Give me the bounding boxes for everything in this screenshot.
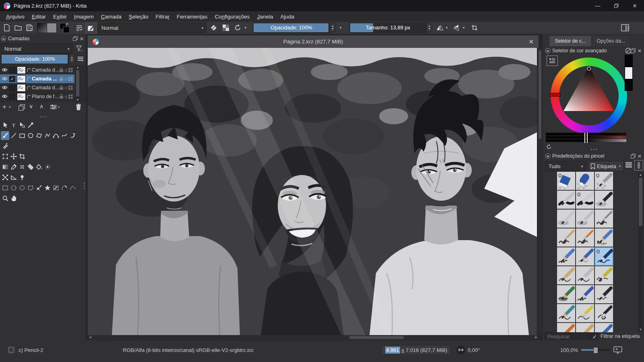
layer-options-button[interactable] xyxy=(76,54,85,64)
preset-filter-combobox[interactable]: Tudo ▾ xyxy=(545,161,586,171)
tool-selfg-icon[interactable] xyxy=(52,183,60,192)
layer-list-scrollbar[interactable]: ▲ ▼ xyxy=(75,65,80,102)
layer-lock-icon[interactable] xyxy=(59,94,64,99)
brush-preset-tile[interactable] xyxy=(557,323,576,332)
brush-preset-tile[interactable] xyxy=(557,228,576,247)
brush-preset-tile[interactable] xyxy=(557,247,576,266)
layer-visibility-icon[interactable] xyxy=(2,94,8,100)
brush-preset-tile[interactable] xyxy=(594,304,613,323)
tool-ellipse-icon[interactable] xyxy=(26,131,35,140)
layer-properties-button[interactable] xyxy=(50,104,57,111)
menu-item-ajuda[interactable]: Ajuda xyxy=(277,14,298,20)
brush-preset-tile[interactable] xyxy=(557,304,576,323)
color-swatch-white[interactable] xyxy=(625,67,633,80)
brush-preset-tile[interactable] xyxy=(576,209,594,228)
close-docker-icon[interactable]: ✕ xyxy=(78,35,85,42)
brush-preset-tile[interactable] xyxy=(557,285,576,304)
add-layer-button[interactable]: + xyxy=(2,103,6,111)
brush-preset-tile[interactable] xyxy=(557,171,576,190)
gradient-swatch[interactable] xyxy=(37,23,47,33)
menu-item-arquivo[interactable]: Arquivo xyxy=(2,14,28,20)
reload-preset-button[interactable] xyxy=(233,23,243,33)
tool-assistants-icon[interactable] xyxy=(1,173,9,182)
no-color-icon[interactable] xyxy=(625,47,632,54)
scroll-left-icon[interactable]: ◄ xyxy=(89,335,92,339)
layer-row[interactable]: Plano de f...α xyxy=(0,92,74,101)
layer-thumbnail[interactable] xyxy=(17,66,26,74)
eraser-mode-button[interactable] xyxy=(208,23,219,33)
docker-splitter-handle[interactable] xyxy=(591,149,597,150)
brush-preset-tile[interactable] xyxy=(594,190,613,209)
menu-item-exibir[interactable]: Exibir xyxy=(50,14,70,20)
canvas-artwork[interactable] xyxy=(88,48,537,335)
tool-pointer-icon[interactable] xyxy=(1,121,9,130)
tool-editshapes-icon[interactable] xyxy=(18,121,26,130)
tool-selbezier-icon[interactable] xyxy=(68,183,77,192)
tool-fill-icon[interactable] xyxy=(35,162,43,171)
tool-move-icon[interactable] xyxy=(9,152,18,161)
canvas-horizontal-scrollbar[interactable]: ◄ ► xyxy=(88,335,539,340)
add-layer-dropdown[interactable]: ▾ xyxy=(9,105,11,109)
layer-filter-button[interactable] xyxy=(74,43,85,53)
layer-thumbnail[interactable] xyxy=(17,75,26,83)
layer-inherit-alpha-icon[interactable] xyxy=(68,68,73,72)
tool-bezier-icon[interactable] xyxy=(52,131,60,140)
tool-selcontig-icon[interactable] xyxy=(35,183,43,192)
tab-color-selector[interactable]: Seletor de c... xyxy=(549,35,592,46)
choose-workspace-button[interactable] xyxy=(620,23,630,33)
brush-preset-tile[interactable] xyxy=(576,266,594,285)
layer-inherit-alpha-icon[interactable] xyxy=(68,77,73,81)
zoom-slider[interactable] xyxy=(581,347,610,353)
tool-line-icon[interactable] xyxy=(9,131,18,140)
size-slider[interactable]: Tamanho: 13,89 px xyxy=(349,23,427,33)
refresh-shades-icon[interactable] xyxy=(546,144,552,151)
wrap-around-mode-button[interactable] xyxy=(469,23,480,33)
tool-rect-icon[interactable] xyxy=(18,131,26,140)
float-docker-icon[interactable] xyxy=(630,153,636,159)
layer-lock-icon[interactable] xyxy=(59,85,64,90)
layer-alpha-lock-icon[interactable]: α xyxy=(65,68,67,72)
fit-to-screen-icon[interactable] xyxy=(613,346,622,354)
tool-selfree-icon[interactable] xyxy=(18,183,26,192)
display-mode-button[interactable] xyxy=(625,162,632,169)
tool-reference-icon[interactable] xyxy=(18,173,26,182)
save-button[interactable] xyxy=(24,23,35,33)
restore-button[interactable] xyxy=(607,0,625,11)
layer-checkbox[interactable]: ✓ xyxy=(9,76,15,82)
layer-lock-icon[interactable] xyxy=(59,68,64,72)
brush-preset-tile[interactable] xyxy=(594,266,613,285)
brush-preset-tile[interactable] xyxy=(576,285,594,304)
tool-enclosefill-icon[interactable] xyxy=(43,162,52,171)
layer-checkbox[interactable] xyxy=(9,67,15,73)
close-docker-icon[interactable]: ✕ xyxy=(636,47,643,54)
brush-preset-tile[interactable] xyxy=(576,323,594,332)
brush-preset-tile[interactable] xyxy=(557,266,576,285)
layer-checkbox[interactable] xyxy=(9,94,15,100)
panel-splitter-handle[interactable] xyxy=(84,183,85,189)
close-subwindow-button[interactable]: ✕ xyxy=(528,38,534,45)
brush-preset-tile[interactable] xyxy=(594,171,613,190)
rotation-reset-button[interactable] xyxy=(456,346,465,354)
menu-item-configurações[interactable]: Configurações xyxy=(211,14,254,20)
brush-preset-tile[interactable] xyxy=(594,209,613,228)
color-swatch-black[interactable] xyxy=(625,55,633,68)
menu-item-imagem[interactable]: Imagem xyxy=(70,14,97,20)
hue-marker[interactable] xyxy=(549,93,561,97)
mirror-horizontal-dropdown[interactable]: ▾ xyxy=(444,23,450,32)
tool-brush-icon[interactable] xyxy=(1,131,9,140)
color-selector-settings-button[interactable] xyxy=(547,56,558,66)
layer-thumbnail[interactable] xyxy=(17,93,26,101)
brush-preset-tile[interactable] xyxy=(576,171,594,190)
brush-preset-tile[interactable] xyxy=(594,285,613,304)
layer-row[interactable]: ✓Camada ...α xyxy=(0,74,74,83)
subwindow-title-bar[interactable]: Página 2.krz (827,7 MiB) ✕ xyxy=(88,35,539,48)
layer-properties-dropdown[interactable]: ▾ xyxy=(58,105,60,109)
shade-strip-marker[interactable] xyxy=(584,132,588,144)
foreground-background-colors[interactable]: ⇄ xyxy=(60,23,69,33)
tool-text-icon[interactable]: T xyxy=(9,121,18,130)
move-layer-down-button[interactable]: ∨ xyxy=(29,103,33,109)
saturation-value-triangle[interactable] xyxy=(559,64,618,113)
brush-preset-tile[interactable] xyxy=(557,209,576,228)
tool-selsimilar-icon[interactable] xyxy=(43,183,52,192)
canvas-vertical-scrollbar[interactable] xyxy=(538,48,542,335)
